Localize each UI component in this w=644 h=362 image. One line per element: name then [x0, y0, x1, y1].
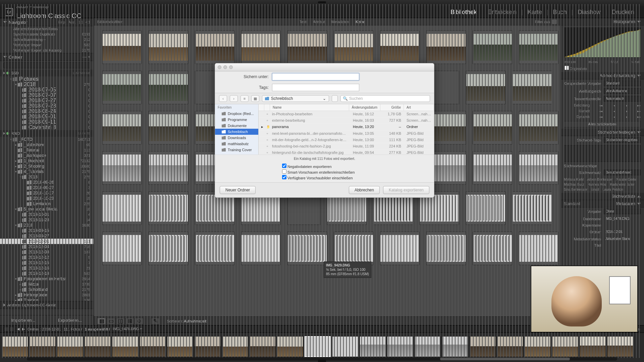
thumbnail-tooltip: IMG_9429.DNG ⅛ Sek. bei f / 5,0, ISO 100… — [324, 261, 371, 278]
sidebar-item[interactable]: Dropbox (Red... — [215, 111, 258, 117]
new-folder-button[interactable]: Neuer Ordner — [220, 186, 256, 194]
sidebar-item[interactable]: Dokumente — [215, 123, 258, 129]
file-row: ▫mit-der-fotografie-geld...n-2-fotografi… — [259, 137, 434, 143]
sidebar-item[interactable]: matthiasbutz — [215, 141, 258, 147]
location-expand-button[interactable] — [332, 95, 338, 102]
location-dropdown[interactable]: Schreibtisch⌄ — [262, 95, 329, 102]
finder-sidebar: Favoriten Dropbox (Red...ProgrammeDokume… — [215, 104, 259, 155]
file-row: ▫externe-bearbeitungHeute, 16:03727 KBSc… — [259, 117, 434, 124]
file-row: ▫in-Photoshop-bearbeitenHeute, 16:121,78… — [259, 111, 434, 117]
view-list-button[interactable]: ≡ — [240, 95, 249, 102]
filmstrip[interactable] — [0, 333, 644, 362]
nav-back-button[interactable]: ‹ — [219, 95, 227, 102]
view-icons-button[interactable]: ▦ — [251, 95, 259, 102]
export-catalog-button[interactable]: Katalog exportieren — [383, 186, 429, 194]
nav-fwd-button[interactable]: › — [230, 95, 238, 102]
sidebar-item[interactable]: Programme — [215, 117, 258, 123]
file-row: ▫hintergrund-für-die-landschaftsfotograf… — [259, 149, 434, 155]
opt-smart-previews[interactable]: Smart-Vorschauen erstellen/einschließen — [282, 169, 434, 175]
export-note: Ein Katalog mit 111 Fotos wird exportier… — [215, 155, 434, 163]
file-row: ▫fotoshooting-bei-nacht-fashion-2.jpgHeu… — [259, 143, 434, 149]
opt-negatives[interactable]: Negativdateien exportieren — [282, 163, 434, 169]
tags-input[interactable] — [272, 84, 359, 91]
file-list[interactable]: NameÄnderungsdatumGrößeArt ▫in-Photoshop… — [259, 104, 434, 155]
save-as-input[interactable] — [272, 73, 359, 80]
search-icon: 🔍 — [343, 96, 348, 101]
search-input[interactable]: 🔍Suchen — [340, 95, 430, 102]
file-row[interactable]: ▸📁panoramaHeute, 13:20--Ordner — [259, 124, 434, 130]
sidebar-item[interactable]: Schreibtisch — [215, 129, 258, 135]
webcam-overlay — [531, 265, 638, 333]
cancel-button[interactable]: Abbrechen — [349, 186, 380, 194]
opt-previews[interactable]: Verfügbare Vorschaubilder einschließen — [282, 175, 434, 180]
dialog-titlebar[interactable] — [215, 63, 434, 71]
folder-icon — [265, 97, 269, 100]
sidebar-item[interactable]: Downloads — [215, 135, 258, 141]
filmstrip-thumb[interactable] — [332, 336, 358, 357]
file-row: ▫next-level-panorama-bi...der-panoramafo… — [259, 130, 434, 137]
export-catalog-dialog: Sichern unter: Tags: ‹ › ≡ ▦ Schreibtisc… — [215, 63, 434, 198]
sidebar-item[interactable]: Training Cover — [215, 147, 258, 153]
